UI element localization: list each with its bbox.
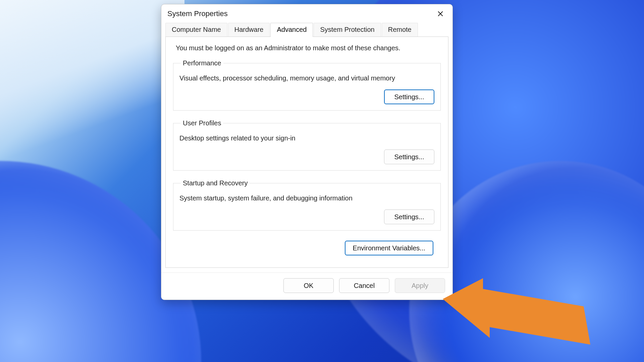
apply-button[interactable]: Apply xyxy=(395,278,445,293)
dialog-footer: OK Cancel Apply xyxy=(161,273,452,300)
group-startup-recovery: Startup and Recovery System startup, sys… xyxy=(173,179,441,231)
group-startup-recovery-legend: Startup and Recovery xyxy=(181,179,250,187)
group-performance: Performance Visual effects, processor sc… xyxy=(173,59,441,111)
close-button[interactable] xyxy=(434,8,447,19)
group-performance-desc: Visual effects, processor scheduling, me… xyxy=(179,74,434,82)
group-startup-recovery-desc: System startup, system failure, and debu… xyxy=(179,194,434,202)
tab-advanced[interactable]: Advanced xyxy=(270,23,313,37)
system-properties-dialog: System Properties Computer Name Hardware… xyxy=(161,4,453,300)
group-user-profiles-legend: User Profiles xyxy=(181,119,223,127)
startup-recovery-settings-button[interactable]: Settings... xyxy=(384,209,434,224)
close-icon xyxy=(437,11,443,17)
tab-remote[interactable]: Remote xyxy=(382,23,418,37)
tab-system-protection[interactable]: System Protection xyxy=(314,23,381,37)
window-title: System Properties xyxy=(167,9,228,18)
user-profiles-settings-button[interactable]: Settings... xyxy=(384,149,434,164)
group-performance-legend: Performance xyxy=(181,59,223,67)
advanced-panel: You must be logged on as an Administrato… xyxy=(165,37,448,268)
tab-hardware[interactable]: Hardware xyxy=(228,23,270,37)
cancel-button[interactable]: Cancel xyxy=(339,278,389,293)
ok-button[interactable]: OK xyxy=(283,278,334,293)
tabstrip: Computer Name Hardware Advanced System P… xyxy=(161,22,452,37)
group-user-profiles: User Profiles Desktop settings related t… xyxy=(173,119,441,171)
performance-settings-button[interactable]: Settings... xyxy=(384,89,434,104)
group-user-profiles-desc: Desktop settings related to your sign-in xyxy=(179,134,434,142)
admin-note: You must be logged on as an Administrato… xyxy=(173,44,441,52)
titlebar: System Properties xyxy=(161,4,452,22)
tab-computer-name[interactable]: Computer Name xyxy=(165,23,227,37)
environment-variables-button[interactable]: Environment Variables... xyxy=(345,241,433,255)
